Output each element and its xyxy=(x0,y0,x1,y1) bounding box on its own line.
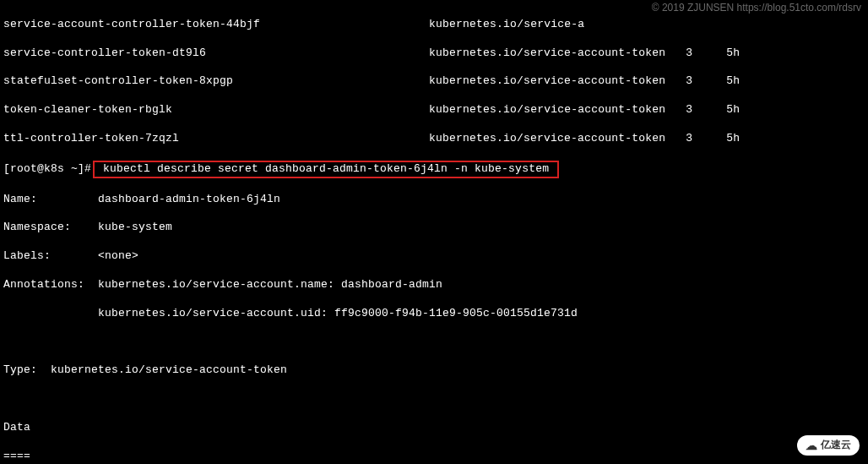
cloud-icon: ☁ xyxy=(806,438,817,453)
describe-type: Type: kubernetes.io/service-account-toke… xyxy=(3,363,865,378)
terminal-output: service-account-controller-token-44bjf k… xyxy=(3,3,865,464)
badge-text: 亿速云 xyxy=(821,439,851,452)
describe-name: Name: dashboard-admin-token-6j4ln xyxy=(3,193,865,207)
watermark-text: © 2019 ZJUNSEN https://blog.51cto.com/rd… xyxy=(652,2,861,15)
data-header: Data xyxy=(3,421,865,435)
describe-annotations: Annotations: kubernetes.io/service-accou… xyxy=(3,278,865,292)
prompt-line: [root@k8s ~]# kubectl describe secret da… xyxy=(3,161,865,178)
highlighted-command: kubectl describe secret dashboard-admin-… xyxy=(93,161,559,178)
describe-namespace: Namespace: kube-system xyxy=(3,221,865,235)
secret-row: service-controller-token-dt9l6 kubernete… xyxy=(3,46,865,61)
secret-row: statefulset-controller-token-8xpgp kuber… xyxy=(3,74,865,89)
secret-row: token-cleaner-token-rbglk kubernetes.io/… xyxy=(3,103,865,117)
secret-row: ttl-controller-token-7zqzl kubernetes.io… xyxy=(3,132,865,146)
shell-prompt: [root@k8s ~]# xyxy=(3,162,91,175)
secret-row: service-account-controller-token-44bjf k… xyxy=(3,18,865,32)
provider-badge: ☁ 亿速云 xyxy=(797,435,860,456)
describe-labels: Labels: <none> xyxy=(3,249,865,264)
describe-annotations-uid: kubernetes.io/service-account.uid: ff9c9… xyxy=(3,307,865,321)
data-separator: ==== xyxy=(3,450,865,464)
